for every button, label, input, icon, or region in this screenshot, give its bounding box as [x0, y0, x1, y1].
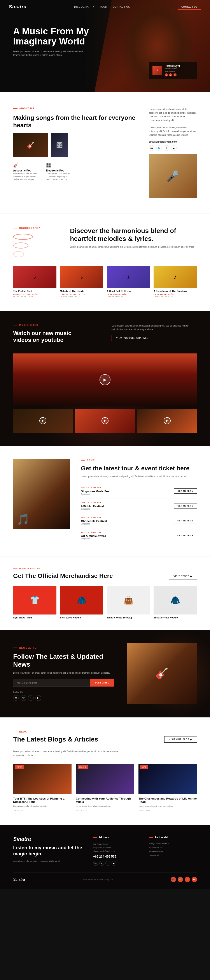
subscribe-button[interactable]: SUBSCRIBE [90, 679, 114, 687]
instagram-icon[interactable]: 📷 [149, 145, 155, 151]
album-title-1: The Perfect Synt [13, 290, 57, 292]
newsletter-email-input[interactable] [13, 679, 90, 687]
footer-address-line-1: No. Street, Building, [93, 842, 141, 846]
footer-facebook-icon[interactable]: f [106, 861, 110, 866]
video-thumb-1[interactable]: ▶ [13, 409, 73, 433]
footer-bottom-facebook-icon[interactable]: f [185, 877, 190, 882]
newsletter-youtube-icon[interactable]: ▶ [35, 695, 41, 701]
music-icon: ♪ [156, 68, 158, 73]
tour-event-1: SEP 18 • 8PM EST Singapore Music Fest Si… [81, 484, 197, 498]
play-button-1[interactable]: ▶ [39, 417, 46, 424]
ticket-button-3[interactable]: GET TICKET ▶ [174, 518, 197, 523]
hero-description: Lorem ipsum dolor sit amet, consectetur … [13, 50, 83, 57]
nav-contact[interactable]: CONTACT US [112, 5, 130, 8]
event-date-2: FEB 14 • 8PM EST [81, 501, 174, 504]
play-button-3[interactable]: ▶ [164, 417, 171, 424]
navbar: Sinatra DISCOGRAPHY TOUR CONTACT US CONT… [0, 0, 210, 14]
newsletter-facebook-icon[interactable]: f [28, 695, 34, 701]
footer-partnership-label: Partnership [149, 836, 197, 839]
merch-image-1: 👕 [13, 586, 57, 614]
album-card-3: ♪ A Head Full Of Dream LAVA MUSIC 07/23 … [107, 266, 150, 298]
blog-grid: TOUR Tour BTS: The Logistics of Planning… [13, 764, 197, 812]
event-location-3: Singapore [81, 523, 174, 525]
blog-title: The Latest Blogs & Articles [13, 736, 98, 743]
merch-header: Get The Official Merchandise Here VISIT … [13, 573, 197, 579]
guitar-genre-icon: 🎸 [13, 162, 39, 168]
album-title-4: A Symphony of The Rainbow [153, 290, 197, 292]
footer-bottom: Sinatra Sinatra © Music & Band Group Ltd… [13, 872, 197, 882]
nav-discography[interactable]: DISCOGRAPHY [74, 5, 94, 8]
nav-tour[interactable]: TOUR [99, 5, 107, 8]
visit-blog-button[interactable]: VISIT OUR BLOG ▶ [164, 736, 197, 743]
blog-image-2: MUSIC [76, 764, 134, 794]
apple-music-icon[interactable]: ♪ [169, 73, 172, 76]
genre-electronic-name: Electronic Pop [46, 169, 72, 172]
spotify-icon[interactable]: ♫ [165, 73, 168, 76]
footer-tagline: Listen to my music and let the magic beg… [13, 845, 84, 857]
album-thumb-4: ♪ [153, 266, 197, 288]
partner-4: Sony Music [149, 854, 197, 856]
about-section-label: ABOUT ME [13, 107, 136, 110]
footer-bottom-youtube-icon[interactable]: ▶ [192, 877, 197, 882]
merchandise-section: MERCHANDISE Get The Official Merchandise… [0, 556, 210, 630]
guitar-image: 🎸 [13, 133, 48, 157]
ticket-button-1[interactable]: GET TICKET ▶ [174, 488, 197, 493]
footer-email: sinatra.music@mail.com [93, 850, 141, 853]
newsletter-title: Follow The Latest & Updated News [13, 652, 114, 668]
youtube-icon[interactable]: ▶ [174, 73, 177, 76]
video-thumb-2[interactable]: ▶ [75, 409, 135, 433]
album-title-2: Melody of The Hearts [60, 290, 103, 292]
tour-event-2: FEB 14 • 8PM EST I-Mid Art Festival Sing… [81, 498, 197, 513]
event-location-4: Singapore [81, 538, 174, 540]
merch-item-4: 🧥 Sinatra White Hoodie [153, 586, 197, 619]
footer-logo: Sinatra [13, 836, 84, 842]
now-playing-subtitle: Sinatra Music [165, 67, 193, 70]
footer-twitter-icon[interactable]: 🐦 [99, 861, 104, 866]
visit-store-button[interactable]: VISIT STORE ▶ [169, 573, 197, 579]
music-video-section: MUSIC VIDEO Watch our new music videos o… [0, 311, 210, 446]
blog-post-title-2: Connecting with Your Audience Through Mu… [76, 797, 134, 803]
merch-name-3: Sinatra White Totebag [107, 616, 150, 619]
footer-address-label: Address [93, 836, 141, 839]
video-silhouette: ▶ [13, 353, 197, 406]
event-name-4: Art & Music Award [81, 535, 174, 538]
footer-instagram-icon[interactable]: 📷 [93, 861, 98, 866]
newsletter-instagram-icon[interactable]: 📷 [13, 695, 19, 701]
blog-post-desc-2: Lorem ipsum dolor sit amet consectetur. [76, 805, 134, 808]
footer-bottom-twitter-icon[interactable]: 🐦 [178, 877, 183, 882]
footer-youtube-icon[interactable]: ▶ [112, 861, 116, 866]
ticket-button-4[interactable]: GET TICKET ▶ [174, 533, 197, 538]
about-left: ABOUT ME Making songs from the heart for… [13, 107, 136, 181]
event-date-4: FEB 14 • 8PM EST [81, 531, 174, 533]
available-label: Available On: [165, 70, 193, 73]
album-thumb-1: ♪ [13, 266, 57, 288]
youtube-channel-button[interactable]: VIEW YOUTUBE CHANNEL [112, 335, 153, 341]
main-play-button[interactable]: ▶ [99, 374, 111, 385]
main-video-player[interactable]: ▶ [13, 353, 197, 406]
tour-event-4: FEB 14 • 8PM EST Art & Music Award Singa… [81, 528, 197, 543]
album-card-1: ♪ The Perfect Synt BRIDGE STUDIO 07/23 L… [13, 266, 57, 298]
newsletter-twitter-icon[interactable]: 🐦 [21, 695, 26, 701]
newsletter-social-links: 📷 🐦 f ▶ [13, 695, 114, 701]
video-title: Watch our new music videos on youtube [13, 330, 79, 344]
ticket-button-2[interactable]: GET TICKET ▶ [174, 503, 197, 509]
facebook-icon[interactable]: f [164, 145, 169, 151]
twitter-icon[interactable]: 🐦 [156, 145, 162, 151]
play-button-2[interactable]: ▶ [101, 417, 109, 424]
video-thumb-3[interactable]: ▶ [137, 409, 197, 433]
discography-header: DISCOGRAPHY Discover the harmonious blen… [13, 227, 197, 257]
youtube-about-icon[interactable]: ▶ [171, 145, 177, 151]
newsletter-form: SUBSCRIBE [13, 679, 114, 687]
contact-button[interactable]: CONTACT US [178, 4, 201, 10]
tour-events-list: SEP 18 • 8PM EST Singapore Music Fest Si… [81, 484, 197, 543]
partner-1: Bridge Studio Records [149, 842, 197, 845]
vinyl-ring-1 [13, 234, 33, 240]
artist-portrait: 🎤 [149, 154, 197, 198]
tour-title: Get the latest tour & event ticket here [81, 465, 197, 472]
blog-header: The Latest Blogs & Articles VISIT OUR BL… [13, 736, 197, 743]
discography-desc: Lorem ipsum dolor sit amet, consectetur … [70, 245, 197, 249]
blog-post-date-3: Jun 12, 2023 [139, 810, 197, 812]
hero-section: A Music From My Imaginary World Lorem ip… [0, 0, 210, 92]
footer-bottom-instagram-icon[interactable]: 📷 [171, 877, 176, 882]
blog-post-desc-1: Lorem ipsum dolor sit amet consectetur. [13, 805, 71, 808]
